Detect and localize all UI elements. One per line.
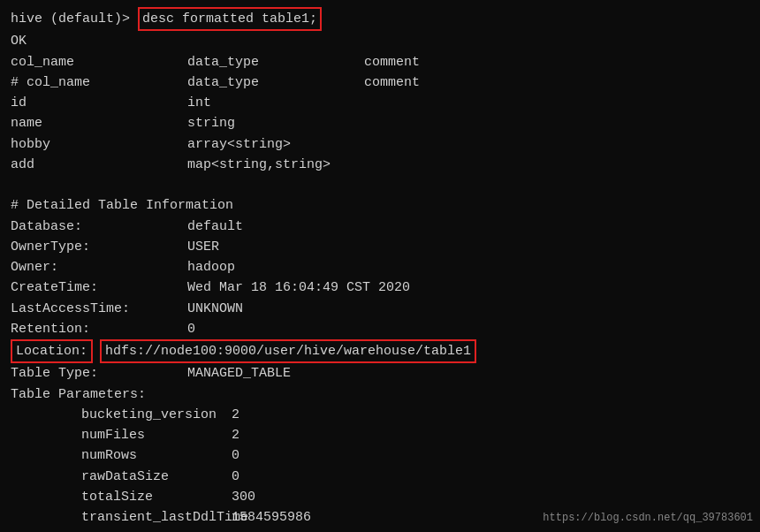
- info-label-1: OwnerType:: [11, 237, 187, 257]
- command-box: desc formatted table1;: [138, 7, 322, 31]
- param-key-0: bucketing_version: [81, 405, 232, 425]
- info-label-2: Owner:: [11, 257, 187, 277]
- col2-type: string: [187, 113, 364, 133]
- param-row-4: totalSize300: [11, 487, 749, 507]
- info-row-8: Table Parameters:: [11, 384, 749, 405]
- param-val-2: 0: [232, 445, 239, 466]
- param-key-4: totalSize: [81, 487, 232, 507]
- info-label-7: Table Type:: [11, 363, 187, 384]
- location-label: Location:: [11, 339, 93, 363]
- section-title-text: # Detailed Table Information: [11, 195, 233, 216]
- col1-name: id: [11, 93, 187, 113]
- param-key-2: numRows: [81, 445, 232, 466]
- param-val-5: 1584595986: [232, 507, 311, 528]
- header-row: col_namedata_typecomment: [11, 52, 749, 72]
- info-value-4: UNKNOWN: [187, 299, 243, 319]
- prompt-text: hive (default)>: [11, 9, 138, 29]
- info-row-2: Owner:hadoop: [11, 257, 749, 277]
- col3-name: hobby: [11, 134, 187, 155]
- info-value-0: default: [187, 217, 243, 237]
- col0-type: data_type: [187, 72, 364, 93]
- info-label-0: Database:: [11, 217, 187, 237]
- ok-text: OK: [11, 31, 27, 51]
- col3-type: array<string>: [187, 134, 364, 155]
- prompt-line: hive (default)> desc formatted table1;: [11, 7, 749, 31]
- param-key-3: rawDataSize: [81, 467, 232, 487]
- param-val-0: 2: [232, 405, 239, 425]
- info-label-5: Retention:: [11, 319, 187, 339]
- info-row-4: LastAccessTime:UNKNOWN: [11, 299, 749, 319]
- info-label-8: Table Parameters:: [11, 384, 187, 405]
- info-row-7: Table Type:MANAGED_TABLE: [11, 363, 749, 384]
- col4-type: map<string,string>: [187, 155, 364, 175]
- param-val-3: 0: [232, 467, 239, 487]
- section-title: # Detailed Table Information: [11, 195, 749, 216]
- info-value-1: USER: [187, 237, 219, 257]
- col-row-0: # col_namedata_typecomment: [11, 72, 749, 93]
- watermark: https://blog.csdn.net/qq_39783601: [543, 510, 753, 527]
- info-row-3: CreateTime:Wed Mar 18 16:04:49 CST 2020: [11, 277, 749, 298]
- header-col3: comment: [364, 52, 420, 72]
- param-key-5: transient_lastDdlTime: [81, 507, 232, 528]
- param-key-1: numFiles: [81, 425, 232, 445]
- empty-line-1: [11, 175, 749, 195]
- col0-name: # col_name: [11, 72, 187, 93]
- col0-comment: comment: [364, 72, 420, 93]
- col-row-1: idint: [11, 93, 749, 113]
- terminal: hive (default)> desc formatted table1; O…: [11, 7, 749, 525]
- info-row-0: Database:default: [11, 217, 749, 237]
- info-row-5: Retention:0: [11, 319, 749, 339]
- info-value-2: hadoop: [187, 257, 235, 277]
- location-row: Location:hdfs://node100:9000/user/hive/w…: [11, 339, 749, 363]
- info-value-5: 0: [187, 319, 195, 339]
- info-label-3: CreateTime:: [11, 277, 187, 298]
- col1-type: int: [187, 93, 364, 113]
- info-value-7: MANAGED_TABLE: [187, 363, 291, 384]
- param-row-1: numFiles2: [11, 425, 749, 445]
- col-row-3: hobbyarray<string>: [11, 134, 749, 155]
- col-row-2: namestring: [11, 113, 749, 133]
- param-row-2: numRows0: [11, 445, 749, 466]
- info-label-4: LastAccessTime:: [11, 299, 187, 319]
- param-val-4: 300: [232, 487, 255, 507]
- param-row-3: rawDataSize0: [11, 467, 749, 487]
- header-col1: col_name: [11, 52, 187, 72]
- col-row-4: addmap<string,string>: [11, 155, 749, 175]
- param-val-1: 2: [232, 425, 239, 445]
- location-value: hdfs://node100:9000/user/hive/warehouse/…: [100, 339, 476, 363]
- header-col2: data_type: [187, 52, 364, 72]
- info-value-3: Wed Mar 18 16:04:49 CST 2020: [187, 277, 410, 298]
- info-row-1: OwnerType:USER: [11, 237, 749, 257]
- param-row-0: bucketing_version2: [11, 405, 749, 425]
- col2-name: name: [11, 113, 187, 133]
- col4-name: add: [11, 155, 187, 175]
- ok-line: OK: [11, 31, 749, 51]
